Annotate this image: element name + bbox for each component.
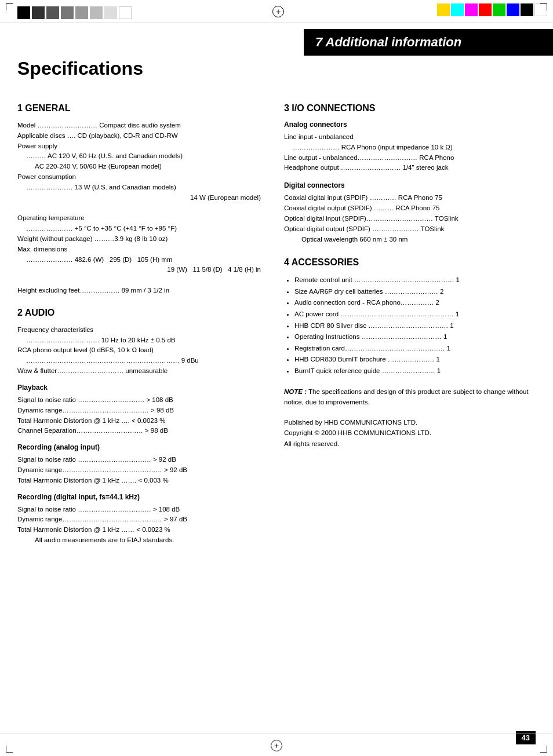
swatch-darkgray [32,6,45,19]
playback-line-2: Dynamic range………………………………… > 98 dB [17,406,267,416]
general-line-5: AC 220-240 V, 50/60 Hz (European model) [35,162,267,172]
digital-line-4: Optical digital output (SPDIF) ………………… T… [284,224,536,235]
corner-mark-bl [6,746,13,753]
section-io-title: 3 I/O CONNECTIONS [284,103,536,114]
swatch-gray2 [61,6,74,19]
swatch-green [493,3,505,16]
analog-line-2: ………………… RCA Phono (input impedance 10 k … [293,143,536,153]
chapter-banner: 7 Additional information [304,29,553,56]
accessory-item-1: Remote control unit ……………………………………… 1 [294,275,536,286]
center-crosshair-bottom [271,740,282,751]
digital-line-5: Optical wavelength 660 nm ± 30 nm [301,235,536,245]
subsection-analog-title: Analog connectors [284,120,536,129]
general-line-7: ………………… 13 W (U.S. and Canadian models) [26,182,267,193]
published-line-2: Copyright © 2000 HHB COMMUNICATIONS LTD. [284,428,536,438]
swatch-gray3 [75,6,88,19]
audio-line-5: Wow & flutter………………………… unmeasurable [17,366,267,377]
accessory-item-8: HHB CDR830 BurnIT brochure ………………… 1 [294,354,536,366]
section-audio-title: 2 AUDIO [17,308,267,318]
accessories-list: Remote control unit ……………………………………… 1 Si… [284,275,536,377]
general-line-12: Weight (without package) ………3.9 kg (8 lb… [17,234,267,244]
swatch-black [17,6,30,19]
playback-line-4: Channel Separation………………………… > 98 dB [17,426,267,436]
subsection-recording-digital-title: Recording (digital input, fs=44.1 kHz) [17,493,267,501]
playback-line-1: Signal to noise ratio ………………………… > 108 d… [17,395,267,406]
swatch-gray4 [90,6,103,19]
digital-line-3: Optical digital input (SPDIF)………………………… … [284,214,536,224]
general-line-2: Applicable discs …. CD (playback), CD-R … [17,131,267,141]
general-line-8: 14 W (European model) [17,193,261,203]
accessory-item-6: Operating Instructions ……………………………… 1 [294,331,536,343]
subsection-playback-title: Playback [17,384,267,392]
corner-mark-tr [540,3,547,10]
accessory-item-2: Size AA/R6P dry cell batteries …………………… … [294,286,536,298]
rec-digital-line-3: Total Harmonic Distortion @ 1 kHz …… < 0… [17,525,267,535]
top-header: + [0,0,553,23]
swatch-magenta [465,3,478,16]
general-line-17: Height excluding feet……………… 89 mm / 3 1/… [17,286,267,296]
analog-line-4: Headphone output ……………………… 1/4" stereo j… [284,163,536,173]
rec-digital-line-1: Signal to noise ratio …………………………… > 108 … [17,505,267,515]
page-title: Specifications [17,58,143,79]
swatch-red [479,3,492,16]
swatch-lightgray [104,6,117,19]
rec-analog-line-2: Dynamic range……………………………………… > 92 dB [17,465,267,476]
rec-digital-line-4: All audio measurements are to EIAJ stand… [35,535,267,546]
swatch-blue [507,3,519,16]
section-general-title: 1 GENERAL [17,103,267,114]
general-line-4: ……… AC 120 V, 60 Hz (U.S. and Canadian m… [26,151,267,162]
audio-line-1: Frequency characteristics [17,325,267,335]
general-line-15: 19 (W) 11 5/8 (D) 4 1/8 (H) in [17,265,261,275]
accessory-item-7: Registration card……………………………………… 1 [294,343,536,355]
accessory-item-9: BurnIT quick reference guide …………………… 1 [294,366,536,377]
published-line-3: All rights reserved. [284,439,536,449]
accessory-item-4: AC power cord …………………………………………… 1 [294,309,536,320]
digital-line-1: Coaxial digital input (SPDIF) ………… RCA P… [284,193,536,203]
published-section: Published by HHB COMMUNICATIONS LTD. Cop… [284,417,536,449]
audio-line-3: RCA phono output level (0 dBFS, 10 k Ω l… [17,345,267,356]
general-line-6: Power consumption [17,172,267,182]
subsection-recording-analog-title: Recording (analog input) [17,443,267,451]
swatch-cyan [451,3,464,16]
audio-line-4: …………………………………………………………… 9 dBu [26,356,267,366]
general-line-1: Model ……………………… Compact disc audio syste… [17,120,267,131]
swatch-black2 [521,3,533,16]
general-line-10: Operating temperature [17,213,267,224]
swatch-white [119,6,132,19]
rec-analog-line-3: Total Harmonic Distortion @ 1 kHz ……. < … [17,476,267,486]
rec-analog-line-1: Signal to noise ratio …………………………… > 92 d… [17,455,267,465]
general-line-11: ………………… +5 °C to +35 °C (+41 °F to +95 °… [26,224,267,234]
digital-line-2: Coaxial digital output (SPDIF) ……… RCA P… [284,203,536,214]
main-content: 1 GENERAL Model ……………………… Compact disc a… [0,23,553,562]
swatch-yellow [437,3,450,16]
published-line-1: Published by HHB COMMUNICATIONS LTD. [284,417,536,428]
section-general: 1 GENERAL Model ……………………… Compact disc a… [17,103,267,296]
center-crosshair-top: + [272,6,284,17]
general-line-16 [17,275,267,286]
color-swatches-right [437,3,547,16]
rec-digital-line-2: Dynamic range……………………………………… > 97 dB [17,514,267,525]
general-line-3: Power supply [17,141,267,152]
swatch-gray1 [46,6,59,19]
note-section: NOTE : The specifications and design of … [284,387,536,408]
section-io: 3 I/O CONNECTIONS Analog connectors Line… [284,103,536,244]
corner-mark-br [540,746,547,753]
bottom-bar [0,733,553,756]
right-column: 3 I/O CONNECTIONS Analog connectors Line… [284,98,536,550]
section-accessories: 4 ACCESSORIES Remote control unit ………………… [284,257,536,377]
subsection-digital-title: Digital connectors [284,181,536,189]
note-label: NOTE : [284,388,307,395]
audio-line-2: …………………………… 10 Hz to 20 kHz ± 0.5 dB [26,335,267,346]
general-line-9 [17,203,267,214]
general-line-13: Max. dimensions [17,244,267,255]
general-line-14: ………………… 482.6 (W) 295 (D) 105 (H) mm [26,255,267,265]
accessory-item-5: HHB CDR 80 Silver disc ……………………………… 1 [294,320,536,332]
playback-line-3: Total Harmonic Distortion @ 1 kHz …. < 0… [17,416,267,426]
accessory-item-3: Audio connection cord - RCA phono…………… 2 [294,297,536,309]
corner-mark-tl [6,3,13,10]
left-column: 1 GENERAL Model ……………………… Compact disc a… [17,98,267,550]
section-audio: 2 AUDIO Frequency characteristics ………………… [17,308,267,546]
dark-swatches [17,6,132,19]
section-accessories-title: 4 ACCESSORIES [284,257,536,268]
note-text: The specifications and design of this pr… [284,388,529,406]
